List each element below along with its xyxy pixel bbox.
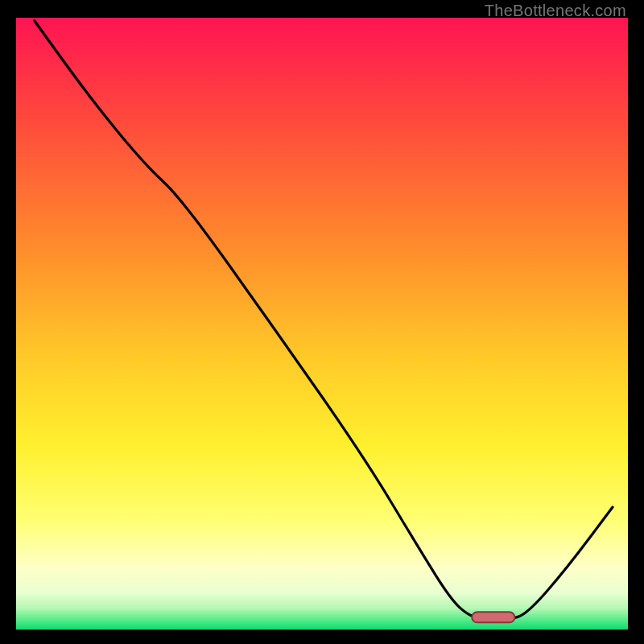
chart-svg xyxy=(16,18,628,630)
watermark-text: TheBottleneck.com xyxy=(485,2,626,20)
chart-area xyxy=(16,18,628,630)
optimum-marker xyxy=(472,612,514,622)
gradient-background xyxy=(16,18,628,630)
